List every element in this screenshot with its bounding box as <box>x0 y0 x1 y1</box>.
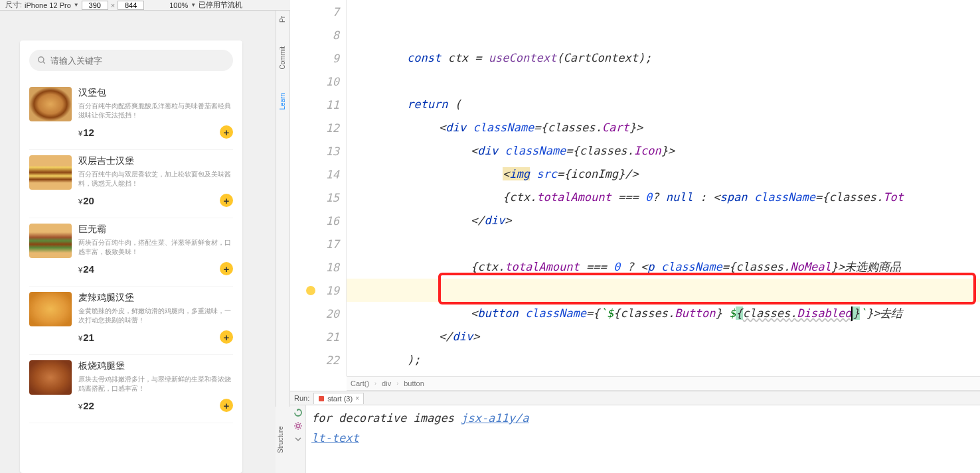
code-line: {ctx.totalAmount === 0 ? <p className={c… <box>444 232 980 255</box>
add-button[interactable]: + <box>220 194 233 207</box>
code-line: <img src={iconImg}/> <box>475 139 980 163</box>
code-line: <div className={classes.Icon}> <box>444 116 980 139</box>
breadcrumb-item[interactable]: Cart() <box>351 379 369 387</box>
output-line: for decorative images jsx-a11y/a <box>311 408 975 428</box>
add-button[interactable]: + <box>220 125 233 139</box>
food-title: 板烧鸡腿堡 <box>78 360 233 372</box>
down-icon[interactable] <box>293 435 303 444</box>
code-line-current: <button className={`${classes.Button} ${… <box>347 279 980 302</box>
editor-gutter: 7 8 9 10 11 12 13 14 15 16 17 18 19 20 2… <box>290 0 347 376</box>
project-tab[interactable]: Pr <box>276 11 289 28</box>
food-item: 双层吉士汉堡 百分百纯牛肉与双层香软芝，加上松软面包及美味酱料，诱惑无人能挡！ … <box>29 150 233 218</box>
mobile-preview-panel: 汉堡包 百分百纯牛肉配搭爽脆酸瓜洋葱粒与美味番茄酱经典滋味让你无法抵挡！ ¥12… <box>0 11 276 473</box>
food-item: 巨无霸 两块百分百纯牛肉，搭配生菜、洋葱等新鲜食材，口感丰富，极致美味！ ¥24… <box>29 218 233 287</box>
lint-rule-link[interactable]: jsx-a11y/a <box>461 411 529 425</box>
svg-rect-2 <box>319 396 324 401</box>
breadcrumb: Cart() › div › button <box>347 376 980 391</box>
code-line: return ( <box>380 70 980 93</box>
code-line: </div> <box>444 186 980 209</box>
breadcrumb-item[interactable]: button <box>404 379 424 387</box>
times-sep: × <box>111 1 115 9</box>
left-tool-strip: Pr Commit Learn <box>276 11 290 473</box>
search-box[interactable] <box>29 50 233 71</box>
line-number[interactable]: 12 <box>290 116 339 139</box>
food-title: 汉堡包 <box>78 87 233 99</box>
add-button[interactable]: + <box>220 399 233 412</box>
chevron-right-icon: › <box>374 380 376 387</box>
add-button[interactable]: + <box>220 330 233 344</box>
search-icon <box>37 56 46 65</box>
preview-viewport: 汉堡包 百分百纯牛肉配搭爽脆酸瓜洋葱粒与美味番茄酱经典滋味让你无法抵挡！ ¥12… <box>20 40 242 473</box>
device-dropdown[interactable]: iPhone 12 Pro ▼ <box>25 1 79 9</box>
learn-tab[interactable]: Learn <box>276 88 289 115</box>
search-input[interactable] <box>50 56 225 66</box>
breadcrumb-item[interactable]: div <box>382 379 391 387</box>
settings-icon[interactable] <box>293 421 303 431</box>
food-image <box>29 224 72 258</box>
add-button[interactable]: + <box>220 262 233 275</box>
food-price: ¥21 <box>78 332 94 343</box>
food-price: ¥20 <box>78 195 94 206</box>
zoom-dropdown[interactable]: 100% ▼ <box>169 1 196 9</box>
line-number[interactable]: 21 <box>290 325 339 348</box>
run-tab[interactable]: start (3) × <box>313 393 364 404</box>
line-number[interactable]: 8 <box>290 23 339 46</box>
line-number[interactable]: 10 <box>290 70 339 93</box>
svg-point-3 <box>296 425 299 428</box>
line-number[interactable]: 18 <box>290 255 339 279</box>
line-number[interactable]: 22 <box>290 348 339 372</box>
line-number[interactable]: 7 <box>290 0 339 23</box>
size-label: 尺寸: <box>5 0 22 10</box>
output-line: lt-text <box>311 428 975 448</box>
food-desc: 百分百纯牛肉与双层香软芝，加上松软面包及美味酱料，诱惑无人能挡！ <box>78 170 233 188</box>
commit-tab[interactable]: Commit <box>276 41 289 74</box>
line-number[interactable]: 17 <box>290 232 339 255</box>
close-icon[interactable]: × <box>355 395 359 402</box>
chevron-right-icon: › <box>396 380 398 387</box>
food-price: ¥24 <box>78 263 94 275</box>
line-number[interactable]: 20 <box>290 302 339 325</box>
food-image <box>29 155 72 190</box>
width-input[interactable] <box>82 1 108 10</box>
code-line: }; <box>348 348 980 372</box>
run-toolbar <box>290 405 306 473</box>
food-title: 巨无霸 <box>78 224 233 236</box>
code-line: </div> <box>412 302 980 325</box>
lightbulb-icon[interactable] <box>306 286 315 295</box>
line-number[interactable]: 14 <box>290 163 339 186</box>
food-image <box>29 360 72 395</box>
run-panel-header: Run: start (3) × <box>290 391 980 405</box>
food-desc: 原块去骨鸡排嫩滑多汁，与翠绿新鲜的生菜和香浓烧鸡酱搭配，口感丰富！ <box>78 375 233 393</box>
run-output[interactable]: for decorative images jsx-a11y/a lt-text <box>306 405 980 473</box>
lint-rule-link[interactable]: lt-text <box>311 431 359 444</box>
food-price: ¥22 <box>78 400 94 411</box>
line-number[interactable]: 13 <box>290 139 339 163</box>
food-desc: 百分百纯牛肉配搭爽脆酸瓜洋葱粒与美味番茄酱经典滋味让你无法抵挡！ <box>78 101 233 120</box>
caret-down-icon: ▼ <box>191 2 196 8</box>
structure-tab[interactable]: Structure <box>276 407 290 473</box>
food-title: 双层吉士汉堡 <box>78 155 233 167</box>
rerun-icon[interactable] <box>293 408 303 417</box>
food-desc: 两块百分百纯牛肉，搭配生菜、洋葱等新鲜食材，口感丰富，极致美味！ <box>78 238 233 257</box>
height-input[interactable] <box>118 1 144 10</box>
throttle-dropdown[interactable]: 已停用节流机 <box>199 0 242 10</box>
line-number[interactable]: 9 <box>290 46 339 70</box>
code-editor[interactable]: const ctx = useContext(CartContext); ret… <box>347 0 980 376</box>
food-item: 汉堡包 百分百纯牛肉配搭爽脆酸瓜洋葱粒与美味番茄酱经典滋味让你无法抵挡！ ¥12… <box>29 82 233 150</box>
line-number[interactable]: 11 <box>290 93 339 116</box>
code-line: {ctx.totalAmount === 0? null : <span cla… <box>475 163 980 186</box>
run-label: Run: <box>294 394 309 402</box>
code-line: const ctx = useContext(CartContext); <box>380 23 980 46</box>
svg-point-0 <box>39 57 44 62</box>
food-price: ¥12 <box>78 127 94 138</box>
svg-line-1 <box>43 62 45 64</box>
code-line: ); <box>380 325 980 348</box>
food-image <box>29 87 72 121</box>
food-title: 麦辣鸡腿汉堡 <box>78 292 233 304</box>
caret-down-icon: ▼ <box>74 2 79 8</box>
line-number[interactable]: 16 <box>290 209 339 232</box>
run-config-icon <box>318 395 325 402</box>
food-desc: 金黄脆辣的外皮，鲜嫩幼滑的鸡腿肉，多重滋味，一次打动您挑剔的味蕾！ <box>78 306 233 325</box>
line-number[interactable]: 15 <box>290 186 339 209</box>
food-item: 麦辣鸡腿汉堡 金黄脆辣的外皮，鲜嫩幼滑的鸡腿肉，多重滋味，一次打动您挑剔的味蕾！… <box>29 287 233 355</box>
